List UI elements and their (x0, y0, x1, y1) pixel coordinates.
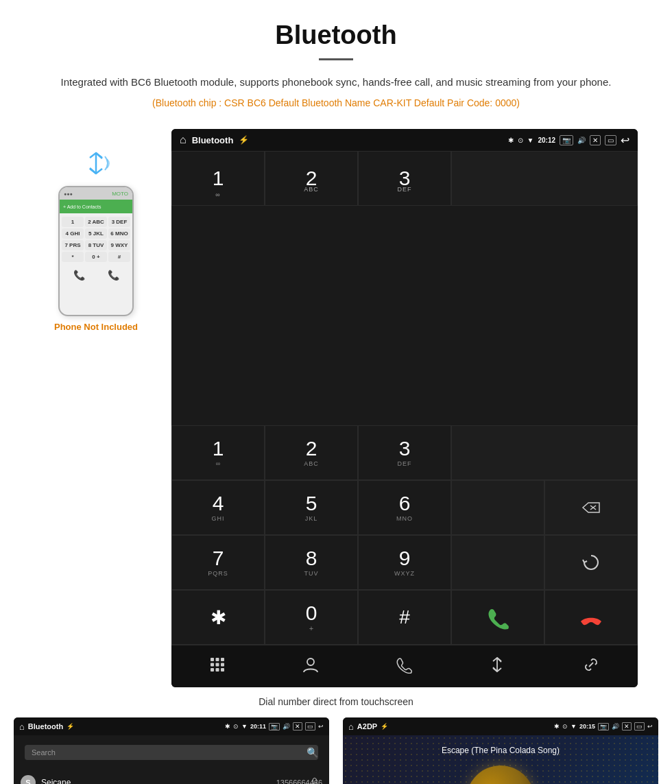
key-3[interactable]: 3 DEF (358, 151, 451, 206)
signal-icon: ▼ (527, 136, 534, 144)
pb-search-bar[interactable]: Search (25, 745, 318, 760)
status-bar-right: ✱ ⊙ ▼ 20:12 📷 🔊 ✕ ▭ ↩ (508, 134, 629, 147)
key-9-btn[interactable]: 9 WXYZ (358, 535, 451, 590)
music-content-area: Escape (The Pina Colada Song) (343, 735, 658, 784)
main-caption: Dial number direct from touchscreen (0, 691, 672, 717)
svg-rect-5 (211, 658, 214, 661)
svg-line-16 (497, 658, 501, 662)
pb-side-icons (311, 776, 324, 784)
nav-phone-icon[interactable] (395, 656, 413, 678)
location-icon: ⊙ (518, 136, 523, 144)
back-icon[interactable]: ↩ (621, 134, 629, 147)
phone-mockup: ●●● MOTO + Add to Contacts 1 2 ABC 3 DEF… (58, 186, 134, 316)
svg-rect-6 (216, 658, 219, 661)
music-cam-icon[interactable]: 📷 (598, 723, 609, 730)
contact-avatar: S (21, 775, 36, 784)
page-title: Bluetooth (27, 21, 645, 50)
phonebook-screen: ⌂ Bluetooth ⚡ ✱ ⊙ ▼ 20:11 📷 🔊 ✕ ▭ ↩ (14, 717, 329, 784)
bluetooth-status-icon: ✱ (508, 136, 514, 144)
home-icon[interactable]: ⌂ (180, 134, 187, 146)
bottom-screenshots: ⌂ Bluetooth ⚡ ✱ ⊙ ▼ 20:11 📷 🔊 ✕ ▭ ↩ (0, 717, 672, 784)
music-win-icon[interactable]: ▭ (634, 722, 645, 730)
music-bt-icon: ✱ (554, 723, 560, 730)
music-block: ⌂ A2DP ⚡ ✱ ⊙ ▼ 20:15 📷 🔊 ✕ ▭ ↩ (343, 717, 658, 784)
key-3-btn[interactable]: 3 DEF (358, 425, 451, 480)
pb-home-icon[interactable]: ⌂ (19, 722, 25, 732)
svg-rect-8 (211, 663, 214, 666)
key-2-btn[interactable]: 2 ABC (265, 425, 358, 480)
music-status-bar: ⌂ A2DP ⚡ ✱ ⊙ ▼ 20:15 📷 🔊 ✕ ▭ ↩ (343, 717, 658, 735)
pb-sig-icon: ▼ (241, 723, 248, 730)
key-1[interactable]: 1 ∞ (171, 151, 265, 206)
music-screen-container: ⌂ A2DP ⚡ ✱ ⊙ ▼ 20:15 📷 🔊 ✕ ▭ ↩ (343, 717, 658, 784)
key-hash-btn[interactable]: # (358, 590, 451, 645)
pb-title: Bluetooth (28, 722, 63, 730)
header-description: Integrated with BC6 Bluetooth module, su… (27, 74, 645, 91)
key-7-btn[interactable]: 7 PQRS (171, 535, 265, 590)
music-home-icon[interactable]: ⌂ (348, 722, 354, 732)
song-title: Escape (The Pina Colada Song) (442, 746, 560, 755)
pb-usb-icon: ⚡ (67, 723, 74, 730)
nav-bluetooth-icon[interactable] (488, 656, 506, 678)
pb-back-icon[interactable]: ↩ (318, 723, 324, 730)
volume-icon[interactable]: 🔊 (577, 136, 586, 144)
number-display (451, 425, 638, 480)
close-icon[interactable]: ✕ (590, 135, 601, 145)
window-icon[interactable]: ▭ (605, 135, 616, 145)
usb-icon: ⚡ (239, 135, 249, 145)
contact-name: Seicane (41, 778, 271, 784)
key-5-btn[interactable]: 5 JKL (265, 480, 358, 535)
key-4-btn[interactable]: 4 GHI (171, 480, 265, 535)
android-bottom-nav (171, 645, 638, 687)
camera-icon[interactable]: 📷 (560, 135, 573, 145)
pb-cam-icon[interactable]: 📷 (269, 723, 280, 730)
music-main-area: Escape (The Pina Colada Song) (343, 735, 658, 784)
nav-dialpad-icon[interactable] (209, 656, 226, 677)
pb-search-placeholder: Search (32, 748, 56, 757)
main-section: ●●● MOTO + Add to Contacts 1 2 ABC 3 DEF… (0, 122, 672, 691)
search-icon[interactable]: 🔍 (307, 747, 318, 758)
key-star-btn[interactable]: ✱ (171, 590, 265, 645)
status-bar-left: ⌂ Bluetooth ⚡ (180, 134, 249, 146)
call-button[interactable] (451, 590, 544, 645)
wifi-icon (81, 150, 112, 180)
phone-container: ●●● MOTO + Add to Contacts 1 2 ABC 3 DEF… (34, 129, 158, 332)
header-divider (319, 58, 353, 60)
backspace-btn[interactable] (544, 480, 638, 535)
pb-search-area: Search 🔍 (14, 735, 329, 770)
android-dialpad-screen: ⌂ Bluetooth ⚡ ✱ ⊙ ▼ 20:12 📷 🔊 ✕ ▭ ↩ 1 ∞ (171, 129, 638, 687)
dialpad-main: 1 ∞ 2 ABC 3 DEF 4 G (171, 425, 638, 645)
key-6-btn[interactable]: 6 MNO (358, 480, 451, 535)
key-0-btn[interactable]: 0 + (265, 590, 358, 645)
dialpad-grid: 1 ∞ 2 ABC 3 DEF (171, 151, 638, 425)
music-vol-icon[interactable]: 🔊 (612, 723, 619, 730)
key-2[interactable]: 2 ABC (265, 151, 358, 206)
music-back-icon[interactable]: ↩ (647, 723, 653, 730)
pb-x-icon[interactable]: ✕ (293, 722, 302, 730)
music-title: A2DP (357, 722, 377, 730)
time-display: 20:12 (538, 136, 555, 144)
svg-point-14 (307, 658, 314, 665)
pb-win-icon[interactable]: ▭ (305, 722, 315, 730)
music-x-icon[interactable]: ✕ (622, 722, 632, 730)
header-specs: (Bluetooth chip : CSR BC6 Default Blueto… (27, 97, 645, 108)
pb-vol-icon[interactable]: 🔊 (283, 723, 290, 730)
end-call-button[interactable] (544, 590, 638, 645)
key-8-btn[interactable]: 8 TUV (265, 535, 358, 590)
nav-contacts-icon[interactable] (302, 656, 320, 678)
svg-line-2 (90, 168, 96, 174)
android-status-bar: ⌂ Bluetooth ⚡ ✱ ⊙ ▼ 20:12 📷 🔊 ✕ ▭ ↩ (171, 129, 638, 151)
svg-rect-11 (211, 668, 214, 672)
pb-status-bar: ⌂ Bluetooth ⚡ ✱ ⊙ ▼ 20:11 📷 🔊 ✕ ▭ ↩ (14, 717, 329, 735)
redial-btn[interactable] (544, 535, 638, 590)
svg-rect-13 (221, 668, 224, 672)
music-loc-icon: ⊙ (562, 723, 568, 730)
nav-link-icon[interactable] (582, 656, 600, 678)
music-time: 20:15 (579, 723, 595, 730)
svg-rect-7 (221, 658, 224, 661)
svg-rect-9 (216, 663, 219, 666)
svg-rect-10 (221, 663, 224, 666)
contact-row[interactable]: S Seicane 13566664466 (14, 770, 329, 784)
key-1-btn[interactable]: 1 ∞ (171, 425, 265, 480)
side-phone-icon[interactable] (311, 776, 324, 784)
